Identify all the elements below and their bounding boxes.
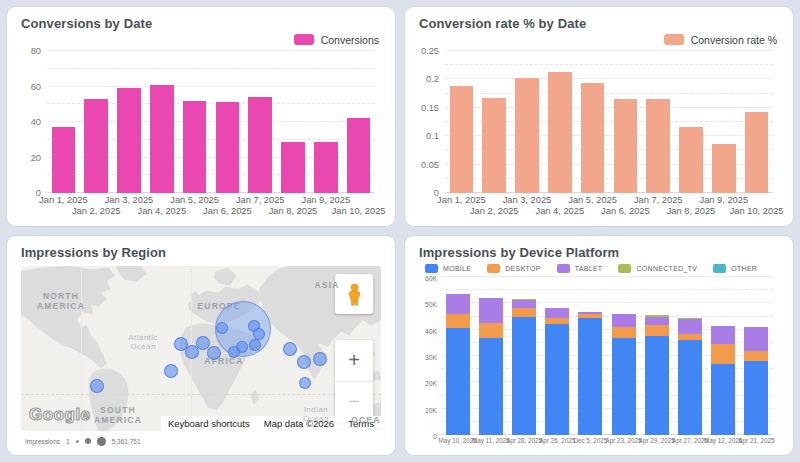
chart-legend[interactable]: Conversions [21, 32, 379, 47]
map-label: SOUTHAMERICA [94, 406, 142, 426]
impressions-bubble[interactable] [299, 377, 311, 389]
bar[interactable] [216, 102, 240, 193]
bar-segment-tablet[interactable] [512, 300, 536, 307]
bar-segment-mobile[interactable] [678, 340, 702, 435]
x-tick-label: May 12, 2025 [704, 437, 742, 444]
impressions-bubble[interactable] [249, 339, 261, 351]
bar[interactable] [450, 86, 474, 193]
bar-segment-tablet[interactable] [578, 312, 602, 314]
x-tick-label: Dec 5, 2025 [573, 437, 607, 444]
bar[interactable] [150, 85, 174, 193]
y-tick-label: 40 [31, 117, 41, 127]
chart-legend[interactable]: Conversion rate % [419, 32, 777, 47]
bar-segment-mobile[interactable] [512, 317, 536, 436]
pegman-control[interactable] [335, 274, 373, 314]
bar[interactable] [712, 144, 736, 193]
impressions-bubble[interactable] [228, 346, 240, 358]
grid-line-minor [445, 64, 773, 65]
device-legend-item[interactable]: DESKTOP [487, 264, 540, 273]
bar[interactable] [248, 97, 272, 193]
map-attribution: Keyboard shortcuts Map data ©2026 Terms [161, 416, 381, 431]
bar[interactable] [679, 127, 703, 193]
impressions-bubble[interactable] [207, 346, 221, 360]
bar-segment-tablet[interactable] [744, 327, 768, 351]
bar-segment-mobile[interactable] [645, 336, 669, 435]
bar-segment-connected_tv[interactable] [512, 299, 536, 301]
bar[interactable] [515, 78, 539, 193]
bar[interactable] [183, 101, 207, 193]
bar-segment-tablet[interactable] [545, 308, 569, 318]
y-tick-label: 50K [425, 301, 437, 308]
impressions-bubble[interactable] [216, 322, 228, 334]
x-tick-label: Jan 4, 2025 [536, 206, 585, 216]
bar-segment-desktop[interactable] [446, 314, 470, 328]
panel-title: Impressions by Device Platform [419, 245, 779, 260]
bar-segment-tablet[interactable] [612, 314, 636, 327]
map-canvas[interactable]: + − Google Keyboard shortcuts Map data ©… [21, 266, 381, 431]
impressions-bubble[interactable] [185, 345, 199, 359]
bar[interactable] [52, 127, 76, 193]
bar-segment-desktop[interactable] [545, 318, 569, 324]
bar[interactable] [548, 72, 572, 193]
bar-segment-mobile[interactable] [446, 328, 470, 435]
y-tick-label: 60K [425, 275, 437, 282]
bar[interactable] [482, 98, 506, 193]
bar[interactable] [646, 99, 670, 193]
panel-title: Impressions by Region [21, 245, 381, 260]
bar[interactable] [117, 88, 141, 193]
keyboard-shortcuts-link[interactable]: Keyboard shortcuts [161, 416, 257, 431]
bar-segment-connected_tv[interactable] [645, 315, 669, 317]
bar-segment-mobile[interactable] [578, 318, 602, 435]
bar[interactable] [347, 118, 371, 193]
bar-segment-desktop[interactable] [479, 323, 503, 337]
bar[interactable] [84, 99, 108, 193]
device-legend-item[interactable]: CONNECTED_TV [618, 264, 697, 273]
bar-segment-mobile[interactable] [545, 324, 569, 435]
zoom-in-button[interactable]: + [335, 340, 373, 381]
bar[interactable] [314, 142, 338, 193]
bar-segment-desktop[interactable] [612, 327, 636, 338]
impressions-bubble[interactable] [313, 352, 327, 366]
map-label: OCEANIA [351, 416, 381, 426]
device-legend-item[interactable]: MOBILE [425, 264, 471, 273]
impressions-bubble[interactable] [164, 364, 178, 378]
panel-conversion-rate: Conversion rate % by Date Conversion rat… [404, 6, 794, 227]
bar-segment-mobile[interactable] [744, 361, 768, 435]
grid-line-minor [445, 93, 773, 94]
map-bubble-legend: Impressions 1 5,361,751 [25, 434, 381, 448]
x-tick-label: Jan 8, 2025 [269, 206, 318, 216]
bar-segment-desktop[interactable] [512, 308, 536, 317]
bar-segment-tablet[interactable] [678, 319, 702, 333]
bar-segment-tablet[interactable] [446, 294, 470, 314]
impressions-bubble[interactable] [283, 342, 297, 356]
x-tick-label: Jan 3, 2025 [503, 195, 552, 205]
x-tick-label: Jan 1, 2025 [39, 195, 88, 205]
bar-segment-desktop[interactable] [711, 344, 735, 364]
bar-segment-tablet[interactable] [711, 326, 735, 344]
device-legend-item[interactable]: OTHER [713, 264, 757, 273]
x-tick-label: Jan 3, 2025 [105, 195, 154, 205]
device-legend-item[interactable]: TABLET [557, 264, 603, 273]
bar-segment-mobile[interactable] [612, 338, 636, 435]
impressions-bubble[interactable] [90, 379, 104, 393]
bar-segment-tablet[interactable] [479, 298, 503, 323]
y-tick-label: 30K [425, 354, 437, 361]
bar-segment-connected_tv[interactable] [678, 318, 702, 319]
bar-segment-mobile[interactable] [711, 364, 735, 435]
bar[interactable] [281, 142, 305, 193]
bar-segment-mobile[interactable] [479, 338, 503, 435]
bar[interactable] [614, 99, 638, 193]
bar-segment-desktop[interactable] [645, 325, 669, 336]
bar[interactable] [745, 112, 769, 193]
bar-segment-desktop[interactable] [678, 334, 702, 341]
bar[interactable] [581, 83, 605, 193]
legend-swatch [425, 264, 438, 273]
x-axis-labels: Jan 1, 2025Jan 2, 2025Jan 3, 2025Jan 4, … [445, 193, 773, 219]
x-tick-label: Jan 5, 2025 [568, 195, 617, 205]
legend-swatch [618, 264, 631, 273]
bar-segment-tablet[interactable] [645, 317, 669, 325]
bar-segment-desktop[interactable] [744, 351, 768, 361]
legend-swatch [557, 264, 570, 273]
bar-segment-desktop[interactable] [578, 314, 602, 318]
impressions-bubble[interactable] [297, 355, 311, 369]
